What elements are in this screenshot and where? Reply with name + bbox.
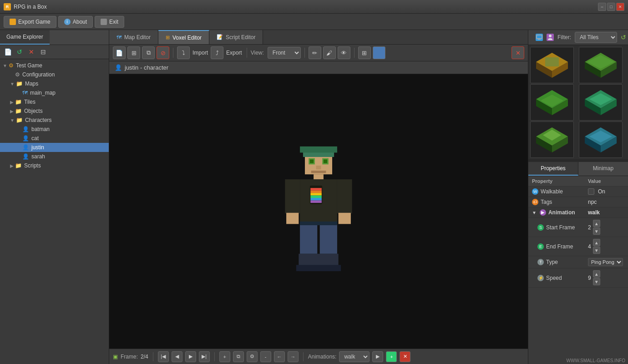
- first-frame-button[interactable]: |◀: [158, 351, 169, 362]
- view-select[interactable]: Front Back Left Right Top Bottom: [268, 47, 301, 59]
- eye-button[interactable]: 👁: [338, 46, 350, 59]
- speed-spinner[interactable]: ▲ ▼: [593, 270, 600, 285]
- animation-value: walk: [588, 209, 624, 216]
- tree-item-tiles[interactable]: ▶📁Tiles: [0, 97, 109, 106]
- delete-voxel-button[interactable]: ⊘: [157, 46, 169, 59]
- tree-item-configuration[interactable]: ▶⚙Configuration: [0, 70, 109, 79]
- tags-value[interactable]: npc: [588, 199, 624, 205]
- start-frame-spinner[interactable]: ▲ ▼: [593, 220, 600, 235]
- svg-rect-22: [300, 222, 317, 253]
- type-select[interactable]: Ping Pong Loop Once: [588, 258, 623, 266]
- palette-button[interactable]: ⊞: [358, 46, 371, 59]
- end-frame-up[interactable]: ▲: [593, 239, 600, 246]
- tab-voxel-editor[interactable]: ⊞ Voxel Editor: [158, 30, 209, 44]
- start-frame-up[interactable]: ▲: [593, 220, 600, 227]
- speed-up[interactable]: ▲: [593, 270, 600, 278]
- separator-4: [354, 48, 355, 58]
- duplicate-frame-button[interactable]: ⧉: [233, 351, 244, 362]
- move-right-button[interactable]: →: [288, 351, 299, 362]
- move-left-button[interactable]: ←: [274, 351, 285, 362]
- tree-item-characters[interactable]: ▼📁Characters: [0, 116, 109, 125]
- start-frame-down[interactable]: ▼: [593, 228, 600, 235]
- speed-value[interactable]: 9 ▲ ▼: [588, 270, 624, 285]
- screen-btn[interactable]: [536, 34, 543, 41]
- svg-rect-21: [339, 212, 351, 224]
- export-game-button[interactable]: Export Game: [4, 16, 56, 28]
- svg-rect-14: [310, 193, 322, 195]
- copy-button[interactable]: ⧉: [142, 46, 155, 59]
- animation-select[interactable]: walk idle run attack: [339, 351, 370, 362]
- maximize-button[interactable]: □: [607, 3, 615, 11]
- person-btn[interactable]: [547, 34, 554, 41]
- play-button[interactable]: ▶: [372, 351, 383, 362]
- tab-script-editor[interactable]: 📝 Script Editor: [209, 30, 263, 44]
- tab-map-editor[interactable]: 🗺 Map Editor: [109, 30, 158, 44]
- frame-settings-button[interactable]: ⚙: [247, 351, 258, 362]
- end-frame-down[interactable]: ▼: [593, 247, 600, 254]
- import-button[interactable]: ⤵: [177, 46, 190, 59]
- refresh-button[interactable]: ↺: [15, 47, 25, 57]
- tab-minimap[interactable]: Minimap: [578, 162, 628, 176]
- end-frame-spinner[interactable]: ▲ ▼: [593, 239, 600, 254]
- type-icon: T: [537, 259, 544, 265]
- exit-button[interactable]: Exit: [95, 16, 124, 28]
- walkable-checkbox[interactable]: [588, 188, 594, 195]
- tree-item-justin[interactable]: ▶👤justin: [0, 143, 109, 152]
- tree-item-scripts[interactable]: ▶📁Scripts: [0, 161, 109, 170]
- delete-button[interactable]: ✕: [26, 47, 36, 57]
- property-animation-section[interactable]: ▼ ▶ Animation walk: [528, 207, 628, 218]
- paint-button[interactable]: 🖌: [323, 46, 336, 59]
- tile-1[interactable]: [530, 47, 574, 83]
- type-value[interactable]: Ping Pong Loop Once: [588, 258, 624, 266]
- new-voxel-button[interactable]: 📄: [113, 46, 126, 59]
- tree-item-sarah[interactable]: ▶👤sarah: [0, 152, 109, 161]
- tree-arrow: ▶: [10, 100, 14, 105]
- folder-icon: 📁: [15, 162, 22, 169]
- close-button[interactable]: ✕: [616, 3, 624, 11]
- export-voxel-button[interactable]: ⤴: [211, 46, 223, 59]
- end-frame-value[interactable]: 4 ▲ ▼: [588, 239, 624, 254]
- new-file-button[interactable]: 📄: [3, 47, 13, 57]
- tile-2[interactable]: [579, 47, 623, 83]
- tile-6[interactable]: [579, 121, 623, 158]
- pencil-button[interactable]: ✏: [309, 46, 321, 59]
- grid-button[interactable]: ⊞: [127, 46, 140, 59]
- game-explorer-tab[interactable]: Game Explorer: [0, 30, 50, 45]
- tree-item-main_map[interactable]: ▶🗺main_map: [0, 88, 109, 97]
- close-editor-button[interactable]: ✕: [512, 46, 524, 59]
- add-animation-button[interactable]: +: [386, 351, 397, 362]
- filter-select[interactable]: All Tiles Ground Wall Decoration: [575, 32, 617, 43]
- character-file-icon: 👤: [22, 126, 29, 132]
- tab-properties[interactable]: Properties: [528, 162, 578, 176]
- tree-item-batman[interactable]: ▶👤batman: [0, 125, 109, 134]
- last-frame-button[interactable]: ▶|: [199, 351, 210, 362]
- tile-5[interactable]: [530, 121, 574, 158]
- person-icon: [547, 34, 554, 41]
- next-frame-button[interactable]: ▶: [185, 351, 196, 362]
- minimize-button[interactable]: –: [598, 3, 606, 11]
- remove-animation-button[interactable]: ✕: [400, 351, 410, 362]
- tile-4[interactable]: [579, 84, 623, 121]
- animations-label: Animations:: [308, 354, 337, 360]
- frame-label: Frame:: [121, 354, 138, 360]
- tile-3[interactable]: [530, 84, 574, 121]
- tree-icon: ⚙: [9, 62, 14, 69]
- collapse-button[interactable]: ⊟: [38, 47, 48, 57]
- prev-frame-button[interactable]: ◀: [172, 351, 182, 362]
- character-file-icon: 👤: [22, 135, 29, 142]
- walkable-value[interactable]: On: [588, 188, 624, 195]
- speed-down[interactable]: ▼: [593, 278, 600, 285]
- svg-rect-16: [310, 198, 322, 200]
- tree-item-objects[interactable]: ▶📁Objects: [0, 106, 109, 116]
- remove-frame-button[interactable]: -: [260, 351, 271, 362]
- tree-item-cat[interactable]: ▶👤cat: [0, 134, 109, 143]
- about-button[interactable]: i About: [58, 16, 93, 28]
- refresh-tiles-button[interactable]: ↺: [621, 33, 626, 42]
- color-swatch[interactable]: [373, 46, 385, 59]
- tree-item-maps[interactable]: ▼📁Maps: [0, 79, 109, 88]
- viewport[interactable]: [109, 74, 528, 349]
- tree-item-label: justin: [31, 144, 44, 151]
- start-frame-value[interactable]: 2 ▲ ▼: [588, 220, 624, 235]
- tree-item-test-game[interactable]: ▼⚙Test Game: [0, 61, 109, 70]
- add-frame-button[interactable]: +: [219, 351, 230, 362]
